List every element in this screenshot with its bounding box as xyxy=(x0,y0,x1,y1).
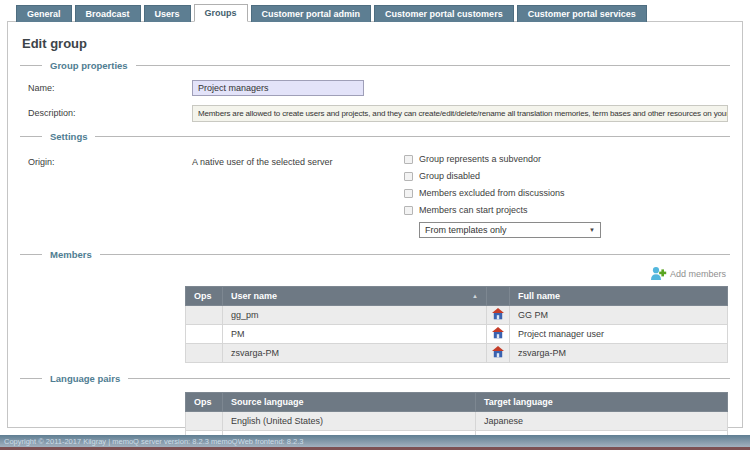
checkbox-label: Group disabled xyxy=(419,171,480,181)
add-members-button[interactable]: Add members xyxy=(650,266,726,281)
native-user-home-icon xyxy=(492,308,504,320)
origin-label: Origin: xyxy=(28,154,192,167)
section-divider xyxy=(20,136,42,137)
tab-bar: GeneralBroadcastUsersGroupsCustomer port… xyxy=(16,4,650,22)
group-description-input[interactable]: Members are allowed to create users and … xyxy=(192,105,728,122)
tab-broadcast[interactable]: Broadcast xyxy=(75,5,141,22)
edit-group-panel: Edit group Group properties Name: Descri… xyxy=(7,21,743,428)
full-name-header[interactable]: Full name xyxy=(510,287,728,306)
members-table: Ops User name ▲ Full name gg_pm xyxy=(185,286,728,363)
members-table-wrap: Ops User name ▲ Full name gg_pm xyxy=(185,286,728,363)
user-type-cell xyxy=(487,325,510,344)
members-start-projects-checkbox[interactable] xyxy=(404,206,413,215)
native-user-home-icon xyxy=(492,346,504,358)
section-language-pairs: Language pairs xyxy=(20,373,730,384)
user-name-cell: zsvarga-PM xyxy=(223,344,487,363)
group-name-input[interactable] xyxy=(192,80,364,96)
members-excluded-checkbox[interactable] xyxy=(404,189,413,198)
sort-ascending-icon: ▲ xyxy=(472,293,478,299)
user-name-header-label: User name xyxy=(231,291,277,301)
add-person-icon xyxy=(650,266,667,281)
settings-row: Origin: A native user of the selected se… xyxy=(28,154,730,240)
ops-cell xyxy=(186,412,223,431)
user-type-cell xyxy=(487,344,510,363)
tab-customer-portal-customers[interactable]: Customer portal customers xyxy=(374,5,514,22)
member-row[interactable]: zsvarga-PM zsvarga-PM xyxy=(186,344,728,363)
native-user-home-icon xyxy=(492,327,504,339)
full-name-cell: GG PM xyxy=(510,306,728,325)
add-members-label: Add members xyxy=(670,269,726,279)
page-title: Edit group xyxy=(22,36,730,51)
section-settings: Settings xyxy=(20,131,730,142)
section-divider xyxy=(100,254,730,255)
source-language-cell: English (United States) xyxy=(223,412,476,431)
member-row[interactable]: PM Project manager user xyxy=(186,325,728,344)
footer-bar: Copyright © 2011-2017 Kilgray | memoQ se… xyxy=(0,435,750,450)
section-divider xyxy=(136,65,730,66)
checkbox-row-start-projects: Members can start projects xyxy=(404,205,730,215)
checkbox-label: Members excluded from discussions xyxy=(419,188,565,198)
group-subvendor-checkbox[interactable] xyxy=(404,155,413,164)
origin-value: A native user of the selected server xyxy=(192,154,404,167)
checkbox-row-discussions: Members excluded from discussions xyxy=(404,188,730,198)
user-name-cell: PM xyxy=(223,325,487,344)
target-language-cell: Japanese xyxy=(476,412,728,431)
ops-cell xyxy=(186,306,223,325)
checkbox-row-subvendor: Group represents a subvendor xyxy=(404,154,730,164)
checkbox-row-disabled: Group disabled xyxy=(404,171,730,181)
user-name-header[interactable]: User name ▲ xyxy=(223,287,487,306)
user-type-header xyxy=(487,287,510,306)
section-divider xyxy=(20,65,42,66)
section-label: Language pairs xyxy=(50,373,120,384)
source-language-header[interactable]: Source language xyxy=(223,393,476,412)
checkbox-label: Members can start projects xyxy=(419,205,528,215)
section-divider xyxy=(20,254,42,255)
full-name-cell: Project manager user xyxy=(510,325,728,344)
chevron-down-icon: ▼ xyxy=(589,227,595,233)
ops-cell xyxy=(186,325,223,344)
section-divider xyxy=(128,378,730,379)
ops-cell xyxy=(186,344,223,363)
start-projects-select[interactable]: From templates only ▼ xyxy=(419,222,601,238)
settings-checkbox-stack: Group represents a subvendor Group disab… xyxy=(404,154,730,240)
section-divider xyxy=(95,136,730,137)
members-header-row: Ops User name ▲ Full name xyxy=(186,287,728,306)
tab-general[interactable]: General xyxy=(16,5,72,22)
member-row[interactable]: gg_pm GG PM xyxy=(186,306,728,325)
user-name-cell: gg_pm xyxy=(223,306,487,325)
section-label: Members xyxy=(50,249,92,260)
checkbox-label: Group represents a subvendor xyxy=(419,154,541,164)
name-row: Name: xyxy=(28,80,730,96)
section-label: Group properties xyxy=(50,60,128,71)
section-label: Settings xyxy=(50,131,87,142)
footer-copyright-text: Copyright © 2011-2017 Kilgray | memoQ se… xyxy=(4,437,303,446)
tab-users[interactable]: Users xyxy=(144,5,191,22)
group-disabled-checkbox[interactable] xyxy=(404,172,413,181)
tab-customer-portal-services[interactable]: Customer portal services xyxy=(517,5,647,22)
target-language-header[interactable]: Target language xyxy=(476,393,728,412)
full-name-cell: zsvarga-PM xyxy=(510,344,728,363)
section-divider xyxy=(20,378,42,379)
section-group-properties: Group properties xyxy=(20,60,730,71)
select-value: From templates only xyxy=(425,225,507,235)
ops-header: Ops xyxy=(186,287,223,306)
language-pairs-header-row: Ops Source language Target language xyxy=(186,393,728,412)
section-members: Members xyxy=(20,249,730,260)
tab-customer-portal-admin[interactable]: Customer portal admin xyxy=(251,5,372,22)
add-members-row: Add members xyxy=(20,266,726,281)
tab-groups[interactable]: Groups xyxy=(194,4,248,22)
user-type-cell xyxy=(487,306,510,325)
description-row: Description: Members are allowed to crea… xyxy=(28,105,730,122)
name-label: Name: xyxy=(28,80,192,93)
language-pair-row[interactable]: English (United States) Japanese xyxy=(186,412,728,431)
description-label: Description: xyxy=(28,105,192,118)
ops-header: Ops xyxy=(186,393,223,412)
